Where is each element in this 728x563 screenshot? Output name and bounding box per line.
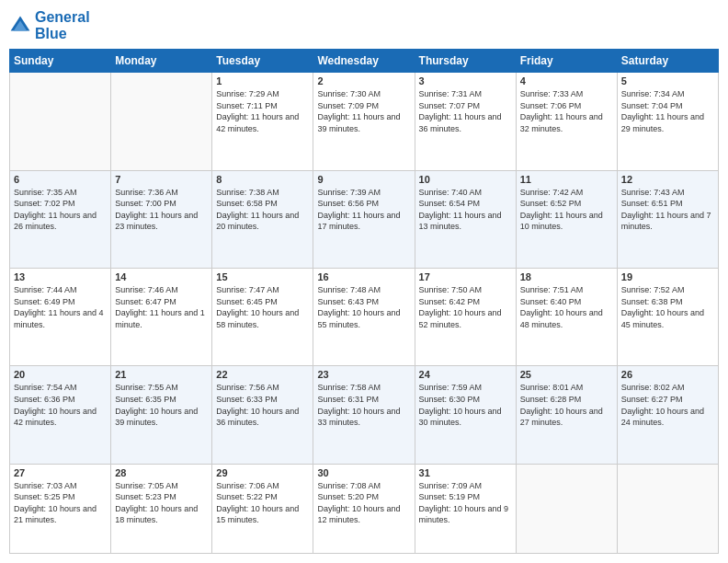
day-number: 10 [419, 174, 512, 185]
cell-info: Sunrise: 7:59 AM Sunset: 6:30 PM Dayligh… [419, 382, 512, 428]
day-number: 27 [14, 467, 107, 478]
calendar-cell: 20Sunrise: 7:54 AM Sunset: 6:36 PM Dayli… [10, 366, 111, 464]
calendar-cell: 10Sunrise: 7:40 AM Sunset: 6:54 PM Dayli… [415, 170, 516, 268]
day-number: 29 [216, 467, 309, 478]
day-number: 15 [216, 271, 309, 282]
calendar-cell [617, 464, 718, 553]
day-number: 12 [621, 174, 714, 185]
cell-info: Sunrise: 7:39 AM Sunset: 6:56 PM Dayligh… [317, 187, 410, 233]
calendar-cell: 17Sunrise: 7:50 AM Sunset: 6:42 PM Dayli… [415, 268, 516, 365]
weekday-header: Wednesday [313, 50, 415, 73]
day-number: 3 [419, 75, 512, 86]
day-number: 14 [115, 271, 208, 282]
cell-info: Sunrise: 7:38 AM Sunset: 6:58 PM Dayligh… [216, 187, 309, 233]
weekday-header: Tuesday [212, 50, 313, 73]
cell-info: Sunrise: 7:48 AM Sunset: 6:43 PM Dayligh… [317, 284, 410, 330]
calendar-cell [111, 73, 212, 170]
cell-info: Sunrise: 7:29 AM Sunset: 7:11 PM Dayligh… [216, 88, 309, 134]
calendar-cell: 1Sunrise: 7:29 AM Sunset: 7:11 PM Daylig… [212, 73, 313, 170]
day-number: 17 [419, 271, 512, 282]
calendar-cell: 13Sunrise: 7:44 AM Sunset: 6:49 PM Dayli… [10, 268, 111, 365]
calendar-cell: 2Sunrise: 7:30 AM Sunset: 7:09 PM Daylig… [313, 73, 415, 170]
calendar-cell: 25Sunrise: 8:01 AM Sunset: 6:28 PM Dayli… [516, 366, 617, 464]
page: General Blue SundayMondayTuesdayWednesda… [0, 0, 728, 563]
calendar-cell: 22Sunrise: 7:56 AM Sunset: 6:33 PM Dayli… [212, 366, 313, 464]
weekday-header: Monday [111, 50, 212, 73]
day-number: 8 [216, 174, 309, 185]
day-number: 13 [14, 271, 107, 282]
logo-icon [9, 15, 31, 37]
cell-info: Sunrise: 8:02 AM Sunset: 6:27 PM Dayligh… [621, 382, 714, 428]
calendar-cell: 16Sunrise: 7:48 AM Sunset: 6:43 PM Dayli… [313, 268, 415, 365]
calendar-cell: 24Sunrise: 7:59 AM Sunset: 6:30 PM Dayli… [415, 366, 516, 464]
day-number: 1 [216, 75, 309, 86]
cell-info: Sunrise: 7:58 AM Sunset: 6:31 PM Dayligh… [317, 382, 410, 428]
calendar-cell: 6Sunrise: 7:35 AM Sunset: 7:02 PM Daylig… [10, 170, 111, 268]
cell-info: Sunrise: 7:55 AM Sunset: 6:35 PM Dayligh… [115, 382, 208, 428]
calendar-cell: 11Sunrise: 7:42 AM Sunset: 6:52 PM Dayli… [516, 170, 617, 268]
cell-info: Sunrise: 7:34 AM Sunset: 7:04 PM Dayligh… [621, 88, 714, 134]
cell-info: Sunrise: 7:47 AM Sunset: 6:45 PM Dayligh… [216, 284, 309, 330]
calendar-table: SundayMondayTuesdayWednesdayThursdayFrid… [9, 49, 719, 554]
calendar-cell: 9Sunrise: 7:39 AM Sunset: 6:56 PM Daylig… [313, 170, 415, 268]
cell-info: Sunrise: 7:42 AM Sunset: 6:52 PM Dayligh… [520, 187, 613, 233]
day-number: 21 [115, 369, 208, 380]
day-number: 22 [216, 369, 309, 380]
cell-info: Sunrise: 7:44 AM Sunset: 6:49 PM Dayligh… [14, 284, 107, 330]
day-number: 16 [317, 271, 410, 282]
calendar-cell: 4Sunrise: 7:33 AM Sunset: 7:06 PM Daylig… [516, 73, 617, 170]
weekday-header: Friday [516, 50, 617, 73]
logo: General Blue [9, 9, 90, 41]
calendar-cell: 26Sunrise: 8:02 AM Sunset: 6:27 PM Dayli… [617, 366, 718, 464]
day-number: 20 [14, 369, 107, 380]
weekday-header: Saturday [617, 50, 718, 73]
cell-info: Sunrise: 7:08 AM Sunset: 5:20 PM Dayligh… [317, 480, 410, 526]
calendar-cell: 21Sunrise: 7:55 AM Sunset: 6:35 PM Dayli… [111, 366, 212, 464]
day-number: 26 [621, 369, 714, 380]
day-number: 30 [317, 467, 410, 478]
cell-info: Sunrise: 8:01 AM Sunset: 6:28 PM Dayligh… [520, 382, 613, 428]
header: General Blue [9, 9, 719, 41]
day-number: 25 [520, 369, 613, 380]
cell-info: Sunrise: 7:50 AM Sunset: 6:42 PM Dayligh… [419, 284, 512, 330]
calendar-cell: 19Sunrise: 7:52 AM Sunset: 6:38 PM Dayli… [617, 268, 718, 365]
calendar-cell [10, 73, 111, 170]
cell-info: Sunrise: 7:46 AM Sunset: 6:47 PM Dayligh… [115, 284, 208, 330]
calendar-cell: 18Sunrise: 7:51 AM Sunset: 6:40 PM Dayli… [516, 268, 617, 365]
cell-info: Sunrise: 7:56 AM Sunset: 6:33 PM Dayligh… [216, 382, 309, 428]
cell-info: Sunrise: 7:54 AM Sunset: 6:36 PM Dayligh… [14, 382, 107, 428]
calendar-cell: 5Sunrise: 7:34 AM Sunset: 7:04 PM Daylig… [617, 73, 718, 170]
calendar-cell: 29Sunrise: 7:06 AM Sunset: 5:22 PM Dayli… [212, 464, 313, 553]
cell-info: Sunrise: 7:31 AM Sunset: 7:07 PM Dayligh… [419, 88, 512, 134]
day-number: 2 [317, 75, 410, 86]
cell-info: Sunrise: 7:43 AM Sunset: 6:51 PM Dayligh… [621, 187, 714, 233]
calendar-cell: 3Sunrise: 7:31 AM Sunset: 7:07 PM Daylig… [415, 73, 516, 170]
calendar-cell: 14Sunrise: 7:46 AM Sunset: 6:47 PM Dayli… [111, 268, 212, 365]
cell-info: Sunrise: 7:09 AM Sunset: 5:19 PM Dayligh… [419, 480, 512, 526]
day-number: 18 [520, 271, 613, 282]
calendar-cell: 31Sunrise: 7:09 AM Sunset: 5:19 PM Dayli… [415, 464, 516, 553]
day-number: 31 [419, 467, 512, 478]
logo-text: General Blue [35, 9, 90, 41]
weekday-header: Sunday [10, 50, 111, 73]
day-number: 5 [621, 75, 714, 86]
calendar-cell: 7Sunrise: 7:36 AM Sunset: 7:00 PM Daylig… [111, 170, 212, 268]
cell-info: Sunrise: 7:40 AM Sunset: 6:54 PM Dayligh… [419, 187, 512, 233]
day-number: 4 [520, 75, 613, 86]
cell-info: Sunrise: 7:05 AM Sunset: 5:23 PM Dayligh… [115, 480, 208, 526]
calendar-cell: 28Sunrise: 7:05 AM Sunset: 5:23 PM Dayli… [111, 464, 212, 553]
cell-info: Sunrise: 7:36 AM Sunset: 7:00 PM Dayligh… [115, 187, 208, 233]
calendar-cell: 23Sunrise: 7:58 AM Sunset: 6:31 PM Dayli… [313, 366, 415, 464]
weekday-header: Thursday [415, 50, 516, 73]
cell-info: Sunrise: 7:30 AM Sunset: 7:09 PM Dayligh… [317, 88, 410, 134]
cell-info: Sunrise: 7:33 AM Sunset: 7:06 PM Dayligh… [520, 88, 613, 134]
cell-info: Sunrise: 7:51 AM Sunset: 6:40 PM Dayligh… [520, 284, 613, 330]
day-number: 24 [419, 369, 512, 380]
day-number: 6 [14, 174, 107, 185]
day-number: 28 [115, 467, 208, 478]
cell-info: Sunrise: 7:52 AM Sunset: 6:38 PM Dayligh… [621, 284, 714, 330]
day-number: 23 [317, 369, 410, 380]
cell-info: Sunrise: 7:06 AM Sunset: 5:22 PM Dayligh… [216, 480, 309, 526]
day-number: 9 [317, 174, 410, 185]
calendar-cell [516, 464, 617, 553]
